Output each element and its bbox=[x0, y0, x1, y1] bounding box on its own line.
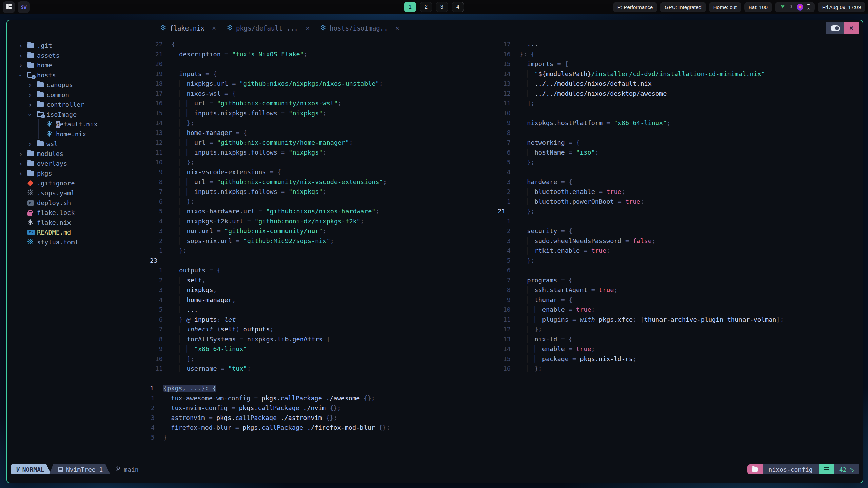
code-line[interactable]: 11 ▏ ▏ plugins = with pkgs.xfce; [thunar… bbox=[495, 314, 863, 324]
layout-menu-button[interactable] bbox=[3, 1, 15, 13]
workspace-button-2[interactable]: 2 bbox=[420, 2, 432, 12]
code-line[interactable]: 1 ▏ bluetooth.powerOnBoot = true; bbox=[495, 197, 863, 206]
code-line[interactable]: 2 security = { bbox=[495, 226, 863, 236]
tab[interactable]: pkgs/default ...× bbox=[221, 20, 315, 36]
code-line[interactable]: 5 ▏ ... bbox=[147, 305, 495, 314]
code-line[interactable]: 6 ▏ }; bbox=[147, 197, 495, 206]
code-line[interactable]: 15 ▏ ▏ inputs.nixpkgs.follows = "nixpkgs… bbox=[147, 108, 495, 118]
tab[interactable]: flake.nix× bbox=[155, 20, 221, 36]
code-line[interactable]: 15 ▏ ▏ package = pkgs.nix-ld-rs; bbox=[495, 354, 863, 364]
status-pill[interactable]: Home: out bbox=[709, 2, 741, 12]
code-line[interactable]: 1 }; bbox=[147, 246, 495, 256]
code-line[interactable]: 11 ]; bbox=[495, 98, 863, 108]
chevron-right-icon[interactable]: › bbox=[19, 52, 27, 60]
tree-item-controller[interactable]: ›controller bbox=[7, 100, 147, 109]
code-line[interactable]: 8 ▏ ssh.startAgent = true; bbox=[495, 285, 863, 295]
code-line[interactable]: 13 ▏ ../../modules/nixos/default.nix bbox=[495, 79, 863, 88]
code-line[interactable]: 5 }; bbox=[495, 157, 863, 167]
code-line[interactable]: 14 ▏ "${modulesPath}/installer/cd-dvd/in… bbox=[495, 69, 863, 79]
code-line[interactable]: 14 ▏ ▏ enable = true; bbox=[495, 344, 863, 354]
code-line[interactable]: 3 ▏ sudo.wheelNeedsPassword = false; bbox=[495, 236, 863, 246]
code-line[interactable]: 16 ▏ }; bbox=[495, 364, 863, 373]
tree-item-canopus[interactable]: ›canopus bbox=[7, 80, 147, 90]
code-line[interactable]: 6 ▏ hostName = "iso"; bbox=[495, 147, 863, 157]
code-line[interactable]: 17 ▏ nixos-wsl = { bbox=[147, 88, 495, 98]
workspace-button-1[interactable]: 1 bbox=[404, 2, 416, 12]
tree-item-common[interactable]: ›common bbox=[7, 90, 147, 100]
status-pill[interactable]: P: Performance bbox=[613, 2, 657, 12]
code-line[interactable]: 4 ▏ home-manager, bbox=[147, 295, 495, 305]
code-line[interactable]: 11 ▏ ▏ inputs.nixpkgs.follows = "nixpkgs… bbox=[147, 147, 495, 157]
code-line[interactable]: 1 tux-awesome-wm-config = pkgs.callPacka… bbox=[147, 393, 495, 403]
code-line[interactable]: 5 ▏ nixos-hardware.url = "github:nixos/n… bbox=[147, 206, 495, 216]
tree-item-.git[interactable]: ›.git bbox=[7, 41, 147, 50]
tray-icons[interactable] bbox=[775, 2, 815, 12]
code-line[interactable]: 7 networking = { bbox=[495, 138, 863, 147]
code-line[interactable]: 1 bbox=[495, 216, 863, 226]
code-line[interactable]: 10 ▏ }; bbox=[147, 157, 495, 167]
tree-item-modules[interactable]: ›modules bbox=[7, 149, 147, 159]
status-pill[interactable]: Bat: 100 bbox=[744, 2, 772, 12]
tree-item-hosts[interactable]: ›hosts bbox=[7, 70, 147, 80]
code-line[interactable]: 4 bbox=[495, 167, 863, 177]
code-line[interactable]: 9 ▏ thunar = { bbox=[495, 295, 863, 305]
code-line[interactable]: 13 ▏ nix-ld = { bbox=[495, 334, 863, 344]
code-line[interactable]: 9 nixpkgs.hostPlatform = "x86_64-linux"; bbox=[495, 118, 863, 128]
code-line[interactable]: 2 ▏ bluetooth.enable = true; bbox=[495, 187, 863, 197]
code-line[interactable]: 9 ▏ ▏ "x86_64-linux" bbox=[147, 344, 495, 354]
code-line[interactable]: 6 bbox=[495, 265, 863, 275]
tab-close-icon[interactable]: × bbox=[305, 24, 310, 32]
tab-close-icon[interactable]: × bbox=[212, 24, 216, 32]
clock[interactable]: Fri Aug 09, 17:09 bbox=[818, 2, 865, 12]
workspace-button-3[interactable]: 3 bbox=[436, 2, 448, 12]
code-line[interactable]: 21 }; bbox=[495, 206, 863, 216]
chevron-right-icon[interactable]: › bbox=[19, 160, 27, 168]
code-line[interactable]: 2 ▏ self, bbox=[147, 275, 495, 285]
code-line[interactable]: 1{pkgs, ...}: { bbox=[147, 383, 495, 393]
chevron-right-icon[interactable]: › bbox=[19, 169, 27, 178]
code-line[interactable]: 4 firefox-mod-blur = pkgs.callPackage ./… bbox=[147, 423, 495, 432]
code-line[interactable]: 7 ▏ ▏ inputs.nixpkgs.follows = "nixpkgs"… bbox=[147, 187, 495, 197]
tree-item-wsl[interactable]: ›wsl bbox=[7, 139, 147, 149]
tree-item-.sops.yaml[interactable]: .sops.yaml bbox=[7, 188, 147, 198]
code-line[interactable]: 2 tux-nvim-config = pkgs.callPackage ./n… bbox=[147, 403, 495, 413]
chevron-right-icon[interactable]: › bbox=[28, 101, 37, 109]
tree-item-.gitignore[interactable]: .gitignore bbox=[7, 178, 147, 188]
code-line[interactable]: 8 ▏ forAllSystems = nixpkgs.lib.genAttrs… bbox=[147, 334, 495, 344]
code-line[interactable]: 15 imports = [ bbox=[495, 59, 863, 69]
chevron-right-icon[interactable]: › bbox=[28, 91, 37, 99]
code-line[interactable]: 3 astronvim = pkgs.callPackage ./astronv… bbox=[147, 413, 495, 423]
tree-item-flake.lock[interactable]: flake.lock bbox=[7, 208, 147, 218]
code-line[interactable]: 11 ▏ username = "tux"; bbox=[147, 364, 495, 373]
tree-item-pkgs[interactable]: ›pkgs bbox=[7, 168, 147, 178]
chevron-right-icon[interactable]: › bbox=[28, 81, 37, 89]
tree-item-home[interactable]: ›home bbox=[7, 60, 147, 70]
tab[interactable]: hosts/isoImag..× bbox=[315, 20, 405, 36]
code-line[interactable]: 7 ▏ inherit (self) outputs; bbox=[147, 324, 495, 334]
tree-item-default.nix[interactable]: default.nix bbox=[7, 119, 147, 129]
tree-item-home.nix[interactable]: home.nix bbox=[7, 129, 147, 139]
window-close-button[interactable]: × bbox=[844, 22, 859, 34]
code-line[interactable]: 5 }; bbox=[495, 256, 863, 265]
code-line[interactable]: 3 ▏ nixpkgs, bbox=[147, 285, 495, 295]
code-line[interactable]: 13 ▏ home-manager = { bbox=[147, 128, 495, 138]
tree-item-assets[interactable]: ›assets bbox=[7, 50, 147, 60]
code-line[interactable]: 7 programs = { bbox=[495, 275, 863, 285]
code-line[interactable]: 22{ bbox=[147, 39, 495, 49]
code-line[interactable]: 8 ▏ ▏ url = "github:nix-community/nix-vs… bbox=[147, 177, 495, 187]
tree-item-isoImage[interactable]: ›isoImage bbox=[7, 109, 147, 119]
code-line[interactable]: 12 ▏ ../../modules/nixos/desktop/awesome bbox=[495, 88, 863, 98]
code-line[interactable]: 18 ▏ nixpkgs.url = "github:nixos/nixpkgs… bbox=[147, 79, 495, 88]
code-line[interactable]: 6 } @ inputs: let bbox=[147, 314, 495, 324]
code-line[interactable]: 14 ▏ }; bbox=[147, 118, 495, 128]
code-line[interactable]: 4 ▏ nixpkgs-f2k.url = "github:moni-dz/ni… bbox=[147, 216, 495, 226]
code-line[interactable]: 2 ▏ sops-nix.url = "github:Mic92/sops-ni… bbox=[147, 236, 495, 246]
tab-close-icon[interactable]: × bbox=[395, 24, 399, 32]
tree-item-flake.nix[interactable]: flake.nix bbox=[7, 218, 147, 227]
chevron-right-icon[interactable]: › bbox=[19, 42, 27, 50]
chevron-down-icon[interactable]: › bbox=[28, 110, 37, 119]
code-line[interactable]: 8 bbox=[495, 128, 863, 138]
tree-item-deploy.sh[interactable]: >_deploy.sh bbox=[7, 198, 147, 208]
code-line[interactable]: 12 ▏ }; bbox=[495, 324, 863, 334]
code-line[interactable]: 10 ▏ ]; bbox=[147, 354, 495, 364]
